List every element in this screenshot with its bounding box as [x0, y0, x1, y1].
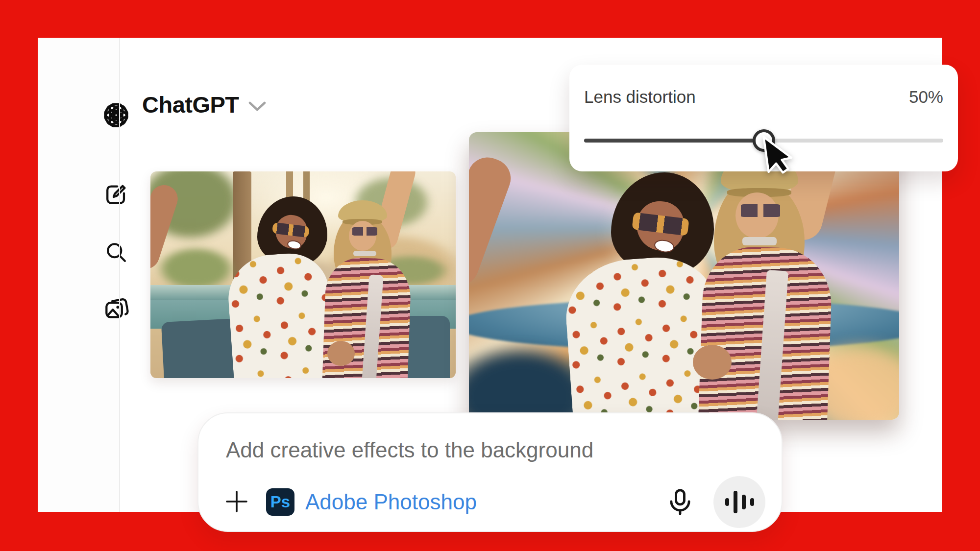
voice-mode-button[interactable] — [713, 476, 765, 528]
mouse-cursor — [762, 133, 794, 176]
adobe-photoshop-connector[interactable]: Ps Adobe Photoshop — [266, 475, 477, 529]
distorted-photo[interactable] — [469, 132, 899, 420]
composer-toolbar: Ps Adobe Photoshop — [198, 475, 782, 529]
sidebar — [38, 38, 119, 512]
search-icon[interactable] — [100, 237, 132, 268]
page-title: ChatGPT — [142, 91, 239, 118]
round-sunglasses — [350, 227, 379, 236]
openai-logo-icon[interactable] — [100, 99, 132, 131]
original-photo[interactable] — [150, 171, 456, 378]
chevron-down-icon — [248, 101, 267, 112]
sidebar-divider — [119, 38, 120, 512]
connector-name: Adobe Photoshop — [305, 490, 477, 514]
library-icon[interactable] — [100, 293, 132, 324]
voice-waveform-icon — [725, 491, 754, 513]
round-sunglasses — [738, 204, 783, 217]
microphone-icon — [666, 488, 694, 516]
prompt-text: Add creative effects to the background — [226, 438, 593, 462]
slider-value: 50% — [909, 87, 943, 107]
slider-fill — [584, 139, 764, 143]
photoshop-app-icon: Ps — [266, 488, 294, 516]
new-chat-icon[interactable] — [100, 179, 132, 210]
slider-label: Lens distortion — [584, 87, 696, 107]
dictate-button[interactable] — [665, 487, 695, 517]
promo-frame: ChatGPT — [0, 0, 980, 551]
prompt-composer[interactable]: Add creative effects to the background P… — [197, 412, 783, 532]
model-switcher[interactable]: ChatGPT — [142, 91, 267, 118]
floral-shirt — [225, 251, 335, 378]
attach-button[interactable] — [224, 489, 249, 514]
plus-icon — [225, 490, 248, 513]
